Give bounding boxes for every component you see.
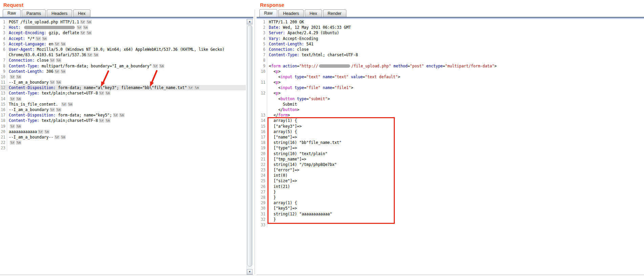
crlf-badge: \n bbox=[56, 58, 61, 62]
tab-raw[interactable]: Raw bbox=[3, 9, 21, 17]
code-token: Wed, 12 May 2021 06:45:33 GMT bbox=[281, 25, 351, 30]
code-line[interactable]: 9<form action="http:///file_upload.php" … bbox=[257, 63, 644, 69]
code-line[interactable]: 2Date: Wed, 12 May 2021 06:45:33 GMT bbox=[257, 25, 644, 30]
code-line[interactable]: </button> bbox=[257, 107, 644, 112]
code-token: = bbox=[304, 75, 306, 79]
code-line[interactable]: 19 ["type"]=> bbox=[257, 145, 644, 151]
code-token: ["key5"]=> bbox=[269, 206, 297, 211]
code-line[interactable]: 10\r\n bbox=[0, 74, 246, 80]
code-line[interactable]: 22 string(14) "/tmp/php8Qe7bx" bbox=[257, 162, 644, 167]
code-line[interactable]: Submit bbox=[257, 102, 644, 107]
code-line[interactable]: 13Content-Type: text/plain;charset=UTF-8… bbox=[0, 90, 246, 96]
code-token: Content-Disposition: bbox=[9, 85, 56, 90]
code-line[interactable]: 5Content-Length: 541 bbox=[257, 41, 644, 47]
crlf-badge: \n bbox=[61, 42, 66, 46]
code-line[interactable]: 1HTTP/1.1 200 OK bbox=[257, 19, 644, 25]
code-line[interactable]: 6Connection: close bbox=[257, 47, 644, 52]
code-line[interactable]: 29 array(1) { bbox=[257, 200, 644, 206]
scroll-up-icon[interactable]: ▲ bbox=[247, 19, 253, 24]
crlf-badge: \r bbox=[55, 135, 60, 139]
code-line[interactable]: 3Accept-Encoding: gzip, deflate\r\n bbox=[0, 30, 246, 36]
crlf-badge: \n bbox=[16, 124, 21, 128]
scrollbar-thumb[interactable] bbox=[247, 25, 252, 267]
code-token: button bbox=[283, 107, 297, 112]
tab-hex[interactable]: Hex bbox=[305, 9, 322, 17]
code-line[interactable]: Chrome/83.0.4103.61 Safari/537.36\r\n bbox=[0, 52, 246, 58]
code-line[interactable]: 20 string(10) "text/plain" bbox=[257, 151, 644, 156]
code-line[interactable]: 3Server: Apache/2.4.29 (Ubuntu) bbox=[257, 30, 644, 36]
request-scrollbar[interactable]: ▲ ▼ bbox=[246, 19, 253, 275]
tab-headers[interactable]: Headers bbox=[278, 9, 304, 17]
code-line[interactable]: <input type="file" name="file1"> bbox=[257, 85, 644, 90]
code-line[interactable]: 19\r\n bbox=[0, 124, 246, 129]
code-line[interactable]: <input type="text" name="text" value="te… bbox=[257, 74, 644, 80]
code-line[interactable]: 4Vary: Accept-Encoding bbox=[257, 36, 644, 41]
response-code[interactable]: 1HTTP/1.1 200 OK2Date: Wed, 12 May 2021 … bbox=[257, 19, 644, 228]
line-number: 29 bbox=[257, 200, 267, 206]
code-line[interactable]: 20aaaaaaaaaaaa\r\n bbox=[0, 129, 246, 134]
code-line[interactable]: 4Accept: */*\r\n bbox=[0, 36, 246, 41]
tab-params[interactable]: Params bbox=[22, 9, 46, 17]
code-token: > bbox=[278, 91, 281, 95]
code-line[interactable]: 31 string(12) "aaaaaaaaaaaa" bbox=[257, 211, 644, 217]
code-line[interactable]: 11 <p> bbox=[257, 80, 644, 85]
code-line[interactable]: 6User-Agent: Mozilla/5.0 (Windows NT 10.… bbox=[0, 47, 246, 52]
line-number: 15 bbox=[257, 124, 267, 129]
line-number: 11 bbox=[257, 80, 267, 85]
scroll-down-icon[interactable]: ▼ bbox=[247, 269, 253, 275]
tab-hex[interactable]: Hex bbox=[73, 9, 90, 17]
code-line[interactable]: 13 </form> bbox=[257, 112, 644, 118]
line-number: 28 bbox=[257, 195, 267, 200]
code-line[interactable]: 14\r\n bbox=[0, 96, 246, 102]
code-line[interactable]: 18 string(16) "bb"file_name.txt" bbox=[257, 140, 644, 145]
code-line[interactable]: 27 } bbox=[257, 189, 644, 195]
request-code[interactable]: 1POST /file_upload.php HTTP/1.1\r\n2Host… bbox=[0, 19, 246, 151]
code-line[interactable]: 16--I_am_a_boundary\r\n bbox=[0, 107, 246, 112]
code-line[interactable]: 24 int(0) bbox=[257, 173, 644, 178]
code-line[interactable]: 21 ["tmp_name"]=> bbox=[257, 156, 644, 162]
code-line[interactable]: 15This_is_file_content. \r\n bbox=[0, 102, 246, 107]
code-line[interactable]: 32 } bbox=[257, 217, 644, 222]
http-message-viewer: Request RawParamsHeadersHex 1POST /file_… bbox=[0, 0, 644, 276]
crlf-badge: \r bbox=[99, 119, 104, 123]
tab-headers[interactable]: Headers bbox=[47, 9, 72, 17]
code-line[interactable]: 8 bbox=[257, 58, 644, 63]
code-line[interactable]: 23 ["error"]=> bbox=[257, 167, 644, 173]
code-line[interactable]: 5Accept-Language: en\r\n bbox=[0, 41, 246, 47]
code-line[interactable]: 28 } bbox=[257, 195, 644, 200]
crlf-badge: \r bbox=[55, 42, 60, 46]
tab-raw[interactable]: Raw bbox=[259, 9, 277, 17]
code-line[interactable]: 25 ["size"]=> bbox=[257, 178, 644, 184]
code-line[interactable]: 10 <p> bbox=[257, 69, 644, 74]
code-token: Submit bbox=[269, 102, 297, 107]
code-line[interactable]: 8Content-Type: multipart/form-data; boun… bbox=[0, 63, 246, 69]
code-line[interactable]: 12Content-Disposition: form-data; name="… bbox=[0, 85, 246, 90]
scrollbar-track[interactable] bbox=[247, 25, 253, 269]
code-line[interactable]: 11--I_am_a_boundary\r\n bbox=[0, 80, 246, 85]
code-line[interactable]: 7Connection: close\r\n bbox=[0, 58, 246, 63]
code-line[interactable]: 9Content-Length: 306\r\n bbox=[0, 69, 246, 74]
line-number: 18 bbox=[257, 140, 267, 145]
code-line[interactable]: 21--I_am_a_boundary--\r\n bbox=[0, 134, 246, 140]
code-line[interactable]: <button type="submit"> bbox=[257, 96, 644, 102]
code-line[interactable]: 7Content-Type: text/html; charset=UTF-8 bbox=[257, 52, 644, 58]
tab-render[interactable]: Render bbox=[323, 9, 346, 17]
code-line[interactable]: 30 ["key5"]=> bbox=[257, 206, 644, 211]
code-line[interactable]: 33 bbox=[257, 222, 644, 228]
code-line[interactable]: 17 ["name"]=> bbox=[257, 134, 644, 140]
request-title: Request bbox=[3, 2, 253, 8]
code-line[interactable]: 1POST /file_upload.php HTTP/1.1\r\n bbox=[0, 19, 246, 25]
code-line[interactable]: 16 array(5) { bbox=[257, 129, 644, 134]
code-line[interactable]: 26 int(21) bbox=[257, 184, 644, 189]
line-number: 20 bbox=[257, 151, 267, 156]
code-line[interactable]: 23 bbox=[0, 145, 246, 151]
code-line[interactable]: 18Content-Type: text/plain;charset=UTF-8… bbox=[0, 118, 246, 123]
code-token: Apache/2.4.29 (Ubuntu) bbox=[285, 30, 339, 35]
code-line[interactable]: 22\r\n bbox=[0, 140, 246, 145]
code-line[interactable]: 12 <p> bbox=[257, 90, 644, 96]
code-line[interactable]: 14 array(1) { bbox=[257, 118, 644, 123]
code-line[interactable]: 2Host: \r\n bbox=[0, 25, 246, 30]
code-token: Content-Type: bbox=[269, 52, 299, 57]
code-line[interactable]: 17Content-Disposition: form-data; name="… bbox=[0, 112, 246, 118]
code-line[interactable]: 15 ["a"key3"]=> bbox=[257, 124, 644, 129]
